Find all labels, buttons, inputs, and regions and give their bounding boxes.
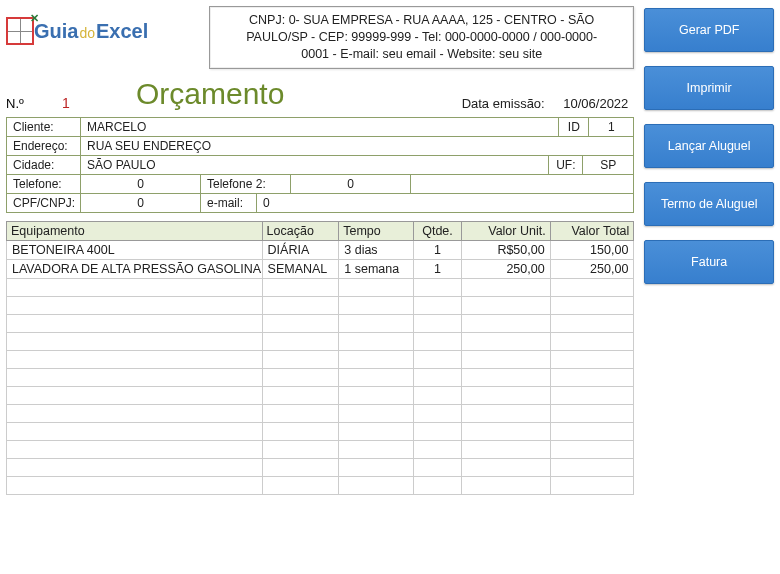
doc-number[interactable]: 1 [46,95,86,111]
cell-vt[interactable] [550,404,634,422]
cell-vt[interactable] [550,368,634,386]
cell-tempo[interactable]: 3 dias [339,240,413,259]
cell-equip[interactable] [7,368,263,386]
telefone2-field[interactable]: 0 [291,175,411,193]
table-row[interactable] [7,350,634,368]
table-row[interactable] [7,458,634,476]
cell-loc[interactable] [262,458,339,476]
cell-qtde[interactable] [413,314,462,332]
cell-qtde[interactable] [413,296,462,314]
cell-vu[interactable] [462,296,550,314]
cell-equip[interactable] [7,476,263,494]
cell-loc[interactable] [262,350,339,368]
cell-qtde[interactable] [413,332,462,350]
cell-qtde[interactable] [413,476,462,494]
cell-equip[interactable] [7,296,263,314]
cell-qtde[interactable] [413,404,462,422]
table-row[interactable] [7,422,634,440]
cliente-field[interactable]: MARCELO [81,118,559,136]
cell-vu[interactable] [462,476,550,494]
cell-loc[interactable] [262,404,339,422]
cell-tempo[interactable] [339,368,413,386]
cell-vu[interactable] [462,314,550,332]
cell-vu[interactable] [462,440,550,458]
cell-equip[interactable] [7,404,263,422]
cell-equip[interactable] [7,440,263,458]
table-row[interactable] [7,278,634,296]
email-field[interactable]: 0 [257,194,633,212]
cell-loc[interactable] [262,476,339,494]
cell-loc[interactable] [262,368,339,386]
cell-vu[interactable] [462,278,550,296]
cell-loc[interactable] [262,278,339,296]
cell-vt[interactable] [550,278,634,296]
cell-qtde[interactable] [413,350,462,368]
table-row[interactable] [7,314,634,332]
cell-vu[interactable] [462,458,550,476]
cell-vt[interactable] [550,440,634,458]
cell-qtde[interactable] [413,368,462,386]
cell-qtde[interactable] [413,278,462,296]
cell-qtde[interactable] [413,440,462,458]
cell-tempo[interactable] [339,332,413,350]
cell-qtde[interactable]: 1 [413,259,462,278]
table-row[interactable]: LAVADORA DE ALTA PRESSÃO GASOLINASEMANAL… [7,259,634,278]
cell-loc[interactable] [262,314,339,332]
cell-vt[interactable] [550,422,634,440]
cell-tempo[interactable] [339,278,413,296]
cell-equip[interactable]: BETONEIRA 400L [7,240,263,259]
cell-vt[interactable]: 250,00 [550,259,634,278]
cell-vu[interactable] [462,422,550,440]
cell-loc[interactable] [262,440,339,458]
cell-vt[interactable] [550,386,634,404]
cell-tempo[interactable] [339,350,413,368]
cell-equip[interactable] [7,314,263,332]
cell-vu[interactable]: 250,00 [462,259,550,278]
cell-tempo[interactable]: 1 semana [339,259,413,278]
cell-loc[interactable] [262,296,339,314]
cell-tempo[interactable] [339,422,413,440]
cell-qtde[interactable]: 1 [413,240,462,259]
cell-loc[interactable]: SEMANAL [262,259,339,278]
emissao-date[interactable]: 10/06/2022 [548,96,628,111]
cell-vt[interactable] [550,314,634,332]
cell-vu[interactable] [462,386,550,404]
cell-vu[interactable] [462,332,550,350]
cell-vt[interactable] [550,332,634,350]
cell-tempo[interactable] [339,458,413,476]
cell-vu[interactable] [462,368,550,386]
table-row[interactable]: BETONEIRA 400LDIÁRIA3 dias1R$50,00150,00 [7,240,634,259]
gerar-pdf-button[interactable]: Gerar PDF [644,8,774,52]
cell-equip[interactable] [7,278,263,296]
cell-qtde[interactable] [413,386,462,404]
cell-equip[interactable] [7,332,263,350]
table-row[interactable] [7,296,634,314]
cidade-field[interactable]: SÃO PAULO [81,156,549,174]
cell-tempo[interactable] [339,296,413,314]
cell-loc[interactable] [262,422,339,440]
table-row[interactable] [7,476,634,494]
telefone-field[interactable]: 0 [81,175,201,193]
table-row[interactable] [7,404,634,422]
cell-vt[interactable] [550,476,634,494]
cell-vu[interactable]: R$50,00 [462,240,550,259]
id-field[interactable]: 1 [589,118,633,136]
cell-equip[interactable] [7,350,263,368]
cell-vt[interactable]: 150,00 [550,240,634,259]
cell-equip[interactable]: LAVADORA DE ALTA PRESSÃO GASOLINA [7,259,263,278]
cell-tempo[interactable] [339,386,413,404]
cell-vt[interactable] [550,296,634,314]
cell-tempo[interactable] [339,476,413,494]
cell-loc[interactable] [262,332,339,350]
cell-vu[interactable] [462,350,550,368]
fatura-button[interactable]: Fatura [644,240,774,284]
endereco-field[interactable]: RUA SEU ENDEREÇO [81,137,633,155]
cell-equip[interactable] [7,386,263,404]
cell-qtde[interactable] [413,422,462,440]
cell-equip[interactable] [7,458,263,476]
table-row[interactable] [7,368,634,386]
table-row[interactable] [7,440,634,458]
cell-tempo[interactable] [339,404,413,422]
cell-vu[interactable] [462,404,550,422]
table-row[interactable] [7,386,634,404]
